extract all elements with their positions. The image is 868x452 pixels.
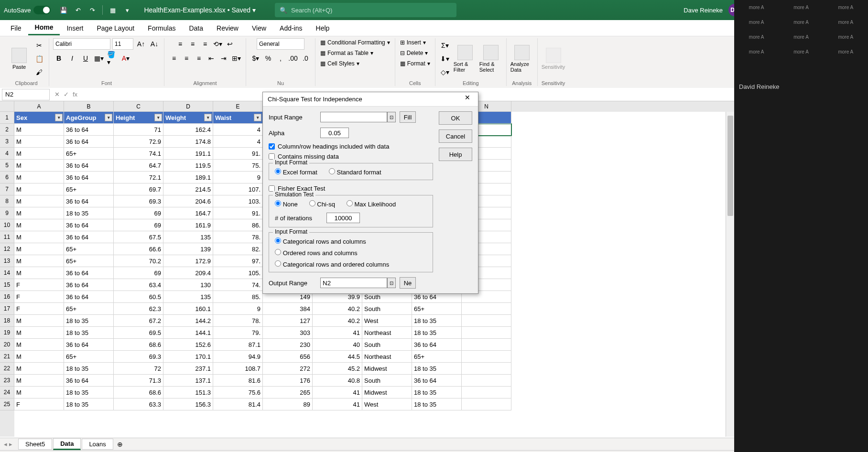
delete-cells-button[interactable]: ⊟ Delete ▾ (399, 49, 429, 57)
cell[interactable]: M (14, 315, 64, 327)
cell[interactable]: 209.4 (163, 267, 213, 279)
panel-thumb[interactable]: more A (739, 34, 774, 40)
cell[interactable]: 81.6 (213, 375, 263, 387)
cell[interactable]: 69.5 (114, 327, 163, 339)
tab-file[interactable]: File (4, 22, 28, 35)
panel-thumb[interactable]: more A (783, 20, 818, 25)
cell[interactable]: 170.1 (163, 351, 213, 363)
cell[interactable]: 103. (213, 195, 263, 207)
cell[interactable]: 237.1 (163, 363, 213, 375)
accept-formula-icon[interactable]: ✓ (64, 91, 69, 98)
sheet-tab-sheet5[interactable]: Sheet5 (18, 439, 52, 450)
cell[interactable]: F (14, 398, 64, 410)
row-header[interactable]: 14 (0, 267, 14, 279)
cell[interactable]: 18 to 35 (64, 398, 114, 410)
table-header-cell[interactable]: Weight▾ (163, 112, 213, 124)
cell[interactable]: 65+ (64, 303, 114, 315)
indent-inc-icon[interactable]: ⇥ (218, 53, 229, 64)
cell[interactable]: 65+ (64, 351, 114, 363)
cell[interactable]: 74.1 (114, 148, 163, 160)
output-range-picker[interactable]: ⊡ (387, 278, 396, 288)
panel-thumb[interactable]: more A (828, 34, 863, 40)
cell[interactable]: 36 to 64 (412, 375, 462, 387)
col-header[interactable]: B (64, 101, 114, 112)
orient-icon[interactable]: ⟲▾ (212, 38, 223, 50)
cell[interactable]: 72.9 (114, 136, 163, 148)
align-mid-icon[interactable]: ≡ (187, 38, 198, 50)
clear-icon[interactable]: ◇▾ (439, 66, 451, 78)
cell[interactable]: 44.5 (313, 351, 362, 363)
cell[interactable]: 18 to 35 (412, 315, 462, 327)
sim-chisq-radio[interactable]: Chi-sq (309, 200, 335, 208)
cell[interactable] (462, 398, 511, 410)
cell[interactable]: South (362, 375, 412, 387)
help-button[interactable]: Help (439, 148, 472, 161)
cell[interactable]: 63.3 (114, 398, 163, 410)
cell[interactable]: 78. (213, 315, 263, 327)
cell[interactable]: 97. (213, 255, 263, 267)
copy-icon[interactable]: 📋 (33, 53, 45, 65)
cell[interactable]: 176 (263, 375, 313, 387)
tab-home[interactable]: Home (28, 21, 60, 35)
cell[interactable]: M (14, 183, 64, 195)
comma-icon[interactable]: , (275, 53, 286, 64)
cell-styles-button[interactable]: ▦ Cell Styles ▾ (319, 59, 360, 68)
dialog-titlebar[interactable]: Chi-Square Test for Independence ✕ (263, 92, 478, 107)
cell[interactable] (462, 351, 511, 363)
cell[interactable]: 36 to 64 (64, 136, 114, 148)
cell[interactable]: M (14, 375, 64, 387)
panel-thumb[interactable]: more A (739, 20, 774, 25)
cell[interactable]: 81.4 (213, 398, 263, 410)
row-header[interactable]: 15 (0, 279, 14, 291)
cell[interactable]: 40.2 (313, 315, 362, 327)
cell[interactable]: 162.4 (163, 124, 213, 136)
sensitivity-button[interactable]: Sensitivity (542, 48, 565, 70)
cell[interactable]: M (14, 124, 64, 136)
cell[interactable]: 36 to 64 (64, 291, 114, 303)
standard-format-radio[interactable]: Standard format (329, 168, 381, 176)
cell[interactable]: 63.4 (114, 279, 163, 291)
row-header[interactable]: 7 (0, 183, 14, 195)
inc-decimal-icon[interactable]: .00 (287, 53, 299, 64)
panel-thumb[interactable]: more A (828, 5, 863, 10)
cell[interactable]: 36 to 64 (64, 279, 114, 291)
panel-thumb[interactable]: more A (783, 49, 818, 54)
cell[interactable]: 161.9 (163, 219, 213, 231)
italic-button[interactable]: I (66, 53, 78, 64)
row-header[interactable]: 3 (0, 136, 14, 148)
cell[interactable]: 18 to 35 (412, 327, 462, 339)
cell[interactable]: 40.8 (313, 375, 362, 387)
output-range-field[interactable] (320, 278, 387, 288)
row-header[interactable]: 25 (0, 398, 14, 410)
last-sheet-icon[interactable]: ▸ (9, 441, 12, 448)
cell[interactable]: 4 (213, 136, 263, 148)
col-header[interactable]: A (14, 101, 64, 112)
cell[interactable]: 164.7 (163, 207, 213, 219)
search-input[interactable]: 🔍 Search (Alt+Q) (275, 3, 456, 17)
cell[interactable]: 127 (263, 315, 313, 327)
table-header-cell[interactable]: AgeGroup▾ (64, 112, 114, 124)
format-painter-icon[interactable]: 🖌 (33, 66, 45, 78)
cell[interactable] (462, 375, 511, 387)
cell[interactable]: F (14, 291, 64, 303)
panel-thumb[interactable]: more A (739, 5, 774, 10)
cell[interactable]: 72 (114, 363, 163, 375)
sim-ml-radio[interactable]: Max Likelihood (347, 200, 396, 208)
cell[interactable]: 36 to 64 (64, 339, 114, 351)
dec-decimal-icon[interactable]: .0 (300, 53, 311, 64)
cell[interactable]: 139 (163, 243, 213, 255)
first-sheet-icon[interactable]: ◂ (4, 441, 7, 448)
cell[interactable]: 79. (213, 327, 263, 339)
cell[interactable]: 303 (263, 327, 313, 339)
row-header[interactable]: 16 (0, 291, 14, 303)
tab-data[interactable]: Data (182, 22, 210, 35)
cell[interactable]: M (14, 160, 64, 172)
cell[interactable]: West (362, 398, 412, 410)
cell[interactable]: 36 to 64 (64, 124, 114, 136)
tab-addins[interactable]: Add-ins (273, 22, 309, 35)
grow-font-icon[interactable]: A↑ (135, 38, 147, 50)
cell[interactable]: 69 (114, 267, 163, 279)
row-header[interactable]: 10 (0, 219, 14, 231)
row-header[interactable]: 20 (0, 339, 14, 351)
cell[interactable]: 65+ (64, 255, 114, 267)
